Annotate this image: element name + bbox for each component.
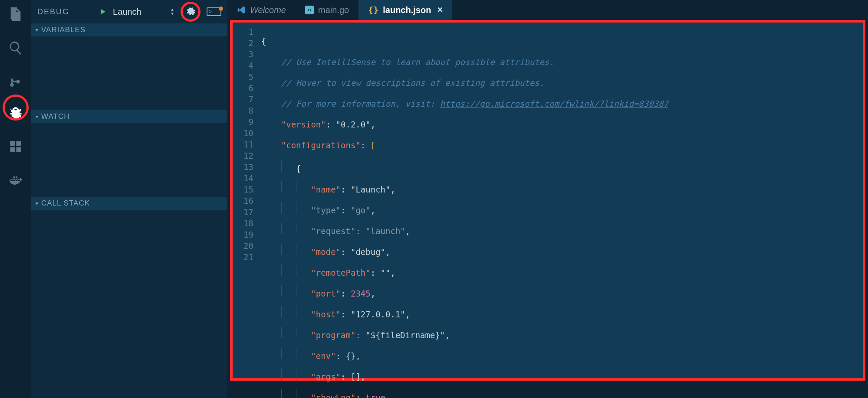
json-value: "127.0.0.1" <box>351 310 405 319</box>
code-editor[interactable]: 123456789101112131415161718192021 { // U… <box>233 23 863 378</box>
debug-toolbar: DEBUG Launch ▲▼ <box>31 0 227 23</box>
svg-rect-0 <box>305 6 314 14</box>
comment-link[interactable]: https://go.microsoft.com/fwlink/?linkid=… <box>440 99 668 108</box>
watch-panel-title: WATCH <box>41 112 69 121</box>
chevron-down-icon: ▾ <box>36 27 39 33</box>
variables-panel-title: VARIABLES <box>41 26 85 34</box>
json-key: "program" <box>311 330 355 340</box>
json-value: 2345 <box>351 289 371 298</box>
chevron-down-icon: ▾ <box>36 200 39 206</box>
chevron-down-icon: ▾ <box>36 114 39 120</box>
config-switcher-icon[interactable]: ▲▼ <box>170 7 174 16</box>
json-value: "Launch" <box>351 185 391 194</box>
json-value: "debug" <box>351 247 385 257</box>
tab-launch-json[interactable]: {} launch.json × <box>358 0 452 20</box>
comment-line: // Hover to view descriptions of existin… <box>281 78 544 88</box>
json-value: "${fileDirname}" <box>365 330 445 340</box>
json-key: "configurations" <box>281 140 361 150</box>
tab-label: main.go <box>318 5 349 15</box>
tab-welcome[interactable]: Welcome <box>227 0 296 20</box>
editor-group: Welcome main.go {} launch.json × 1234567… <box>227 0 868 398</box>
activity-extensions-icon[interactable] <box>0 136 31 157</box>
activity-scm-icon[interactable] <box>0 70 31 91</box>
json-value: true <box>365 393 385 398</box>
json-key: "type" <box>311 206 341 215</box>
watch-panel-body <box>31 123 227 197</box>
code-content[interactable]: { // Use IntelliSense to learn about pos… <box>261 23 863 378</box>
tab-label: Welcome <box>250 5 286 15</box>
json-key: "env" <box>311 351 335 361</box>
activity-bar <box>0 0 31 398</box>
json-key: "mode" <box>311 247 341 257</box>
debug-console-toggle-icon[interactable] <box>207 7 221 16</box>
go-file-icon <box>305 6 314 14</box>
start-debug-icon[interactable] <box>99 8 107 16</box>
variables-panel-body <box>31 36 227 110</box>
callstack-panel-title: CALL STACK <box>41 199 90 208</box>
activity-files-icon[interactable] <box>0 4 31 25</box>
callstack-panel-body <box>31 210 227 398</box>
json-file-icon: {} <box>368 5 378 15</box>
editor-tabs: Welcome main.go {} launch.json × <box>227 0 868 20</box>
comment-line: // For more information, visit: <box>281 99 440 108</box>
json-key: "name" <box>311 185 341 194</box>
variables-panel-header[interactable]: ▾VARIABLES <box>31 23 227 36</box>
debug-title: DEBUG <box>37 7 69 16</box>
json-key: "port" <box>311 289 341 298</box>
json-key: "host" <box>311 310 341 319</box>
tab-main-go[interactable]: main.go <box>296 0 358 20</box>
activity-search-icon[interactable] <box>0 37 31 58</box>
vscode-icon <box>237 6 246 14</box>
activity-debug-icon[interactable] <box>0 103 31 124</box>
json-value: "go" <box>351 206 371 215</box>
callstack-panel-header[interactable]: ▾CALL STACK <box>31 197 227 210</box>
json-value: "0.2.0" <box>336 120 371 129</box>
json-key: "showLog" <box>311 393 355 398</box>
json-key: "args" <box>311 372 341 382</box>
json-key: "request" <box>311 226 355 236</box>
activity-docker-icon[interactable] <box>0 169 31 190</box>
debug-sidebar: DEBUG Launch ▲▼ ▾VARIABLES ▾WATCH ▾CALL … <box>31 0 227 398</box>
watch-panel-header[interactable]: ▾WATCH <box>31 110 227 123</box>
close-icon[interactable]: × <box>437 4 443 16</box>
json-key: "remotePath" <box>311 268 370 277</box>
line-gutter: 123456789101112131415161718192021 <box>233 23 261 378</box>
tab-label: launch.json <box>383 5 431 15</box>
json-value: "" <box>381 268 391 277</box>
comment-line: // Use IntelliSense to learn about possi… <box>281 57 554 67</box>
json-key: "version" <box>281 120 326 129</box>
debug-config-name[interactable]: Launch <box>113 7 141 17</box>
open-launch-config-button[interactable] <box>181 2 201 22</box>
json-value: "launch" <box>365 226 405 236</box>
